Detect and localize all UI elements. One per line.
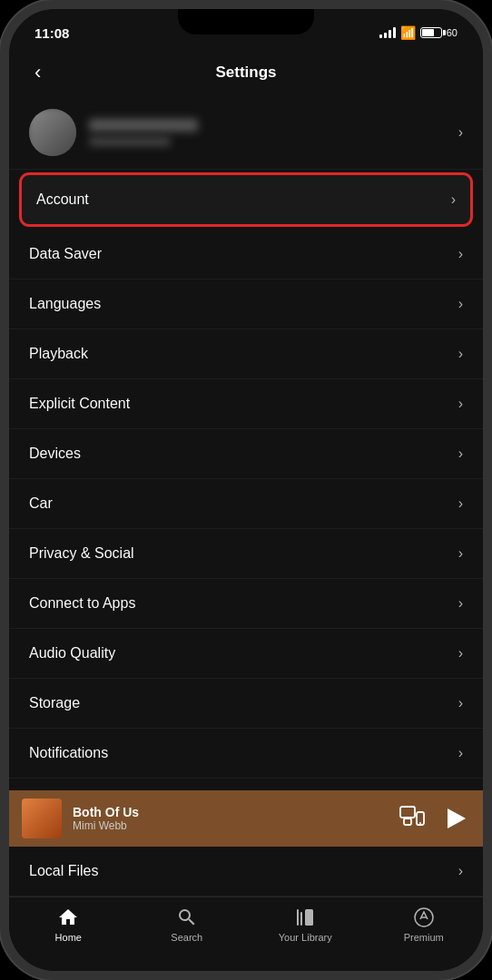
library-icon <box>294 906 316 928</box>
phone-screen: 11:08 📶 60 ‹ Settings <box>9 9 483 971</box>
play-icon <box>448 808 466 828</box>
devices-label: Devices <box>29 446 81 462</box>
car-label: Car <box>29 495 53 512</box>
phone-frame: 11:08 📶 60 ‹ Settings <box>0 0 492 980</box>
devices-chevron: › <box>458 446 463 462</box>
signal-icon <box>379 27 396 38</box>
now-playing-bar[interactable]: Both Of Us Mimi Webb <box>9 790 483 847</box>
explicit-content-label: Explicit Content <box>29 396 130 412</box>
privacy-social-label: Privacy & Social <box>29 545 134 562</box>
nav-home-label: Home <box>55 932 82 943</box>
premium-icon <box>413 906 435 928</box>
account-menu-item[interactable]: Account › <box>20 173 472 226</box>
nav-search-label: Search <box>171 932 202 943</box>
nav-premium-label: Premium <box>404 932 444 943</box>
audio-quality-menu-item[interactable]: Audio Quality › <box>9 629 483 679</box>
page-title: Settings <box>215 64 276 82</box>
back-button[interactable]: ‹ <box>27 54 48 92</box>
profile-info <box>89 119 458 146</box>
profile-row[interactable]: › <box>9 96 483 170</box>
status-icons: 📶 60 <box>379 25 458 40</box>
playback-label: Playback <box>29 346 88 362</box>
playback-menu-item[interactable]: Playback › <box>9 329 483 379</box>
storage-label: Storage <box>29 695 80 711</box>
profile-sub-blurred <box>89 137 171 146</box>
play-button[interactable] <box>439 803 470 834</box>
profile-chevron: › <box>458 124 463 141</box>
privacy-social-chevron: › <box>458 545 463 562</box>
account-label: Account <box>36 191 89 208</box>
notch <box>178 9 314 34</box>
nav-library-label: Your Library <box>279 932 332 943</box>
svg-rect-0 <box>400 807 415 818</box>
svg-rect-5 <box>297 909 299 926</box>
storage-chevron: › <box>458 695 463 711</box>
data-saver-chevron: › <box>458 246 463 262</box>
wifi-icon: 📶 <box>400 25 416 40</box>
avatar <box>29 109 76 156</box>
explicit-content-menu-item[interactable]: Explicit Content › <box>9 379 483 429</box>
battery-icon <box>420 27 442 38</box>
explicit-content-chevron: › <box>458 396 463 412</box>
local-files-chevron: › <box>458 863 463 879</box>
now-playing-title: Both Of Us <box>73 805 399 819</box>
svg-rect-1 <box>404 818 411 825</box>
connect-to-apps-label: Connect to Apps <box>29 595 135 612</box>
connect-to-apps-chevron: › <box>458 595 463 612</box>
home-icon <box>57 906 79 928</box>
privacy-social-menu-item[interactable]: Privacy & Social › <box>9 529 483 579</box>
svg-point-4 <box>419 822 421 824</box>
languages-label: Languages <box>29 296 101 312</box>
local-files-label: Local Files <box>29 863 98 879</box>
settings-scroll[interactable]: › Account › Data Saver › Languages › Pla… <box>9 96 483 790</box>
svg-rect-6 <box>300 912 302 926</box>
notifications-label: Notifications <box>29 745 108 761</box>
data-saver-label: Data Saver <box>29 246 102 262</box>
battery-level: 60 <box>447 27 458 38</box>
bottom-navigation: Home Search Your Library <box>9 897 483 971</box>
now-playing-info: Both Of Us Mimi Webb <box>73 805 399 832</box>
playback-chevron: › <box>458 346 463 362</box>
profile-name-blurred <box>89 119 198 132</box>
devices-menu-item[interactable]: Devices › <box>9 429 483 479</box>
account-chevron: › <box>451 191 456 208</box>
connect-device-icon[interactable] <box>399 806 425 831</box>
search-icon <box>176 906 198 928</box>
notifications-menu-item[interactable]: Notifications › <box>9 729 483 779</box>
svg-rect-7 <box>305 909 313 926</box>
languages-menu-item[interactable]: Languages › <box>9 279 483 329</box>
nav-premium[interactable]: Premium <box>392 906 456 943</box>
car-menu-item[interactable]: Car › <box>9 479 483 529</box>
connect-to-apps-menu-item[interactable]: Connect to Apps › <box>9 579 483 629</box>
nav-library[interactable]: Your Library <box>273 906 337 943</box>
header: ‹ Settings <box>9 49 483 96</box>
car-chevron: › <box>458 495 463 512</box>
status-time: 11:08 <box>34 25 69 41</box>
nav-home[interactable]: Home <box>36 906 100 943</box>
data-saver-menu-item[interactable]: Data Saver › <box>9 230 483 279</box>
languages-chevron: › <box>458 296 463 312</box>
audio-quality-chevron: › <box>458 645 463 662</box>
nav-search[interactable]: Search <box>155 906 219 943</box>
notifications-chevron: › <box>458 745 463 761</box>
local-files-menu-item[interactable]: Local Files › <box>9 847 483 897</box>
now-playing-thumbnail <box>22 799 62 838</box>
storage-menu-item[interactable]: Storage › <box>9 679 483 729</box>
now-playing-artist: Mimi Webb <box>73 819 399 832</box>
audio-quality-label: Audio Quality <box>29 645 115 662</box>
now-playing-controls <box>399 803 470 834</box>
